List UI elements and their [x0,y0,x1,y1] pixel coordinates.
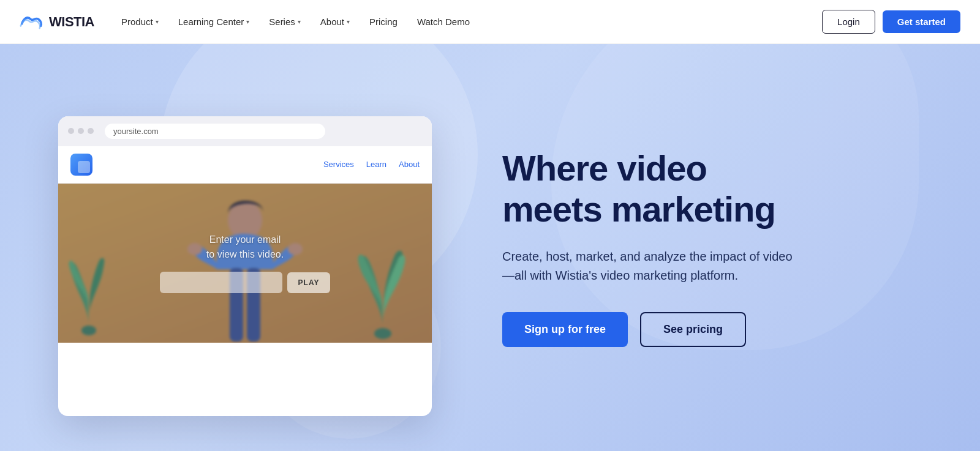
logo-text: WISTIA [49,14,94,30]
navbar: WISTIA Product ▾ Learning Center ▾ Serie… [0,0,980,44]
nav-item-learning-center[interactable]: Learning Center ▾ [171,12,257,32]
nav-actions: Login Get started [822,10,960,34]
browser-dot-1 [68,128,74,134]
browser-dots [68,128,94,134]
chevron-down-icon: ▾ [246,18,249,25]
nav-item-watch-demo[interactable]: Watch Demo [410,12,477,32]
hero-right-panel: Where video meets marketing Create, host… [466,111,980,383]
hero-headline: Where video meets marketing [502,148,931,229]
inner-site-links: Services Learn About [323,160,420,169]
email-gate-overlay: Enter your email to view this video. PLA… [58,184,432,343]
browser-dot-2 [78,128,84,134]
browser-mockup: yoursite.com Services Learn About [58,116,432,416]
email-gate-input-row: PLAY [160,272,331,293]
get-started-button[interactable]: Get started [883,10,960,33]
signup-button[interactable]: Sign up for free [502,312,628,347]
nav-item-product[interactable]: Product ▾ [114,12,166,32]
nav-item-series[interactable]: Series ▾ [262,12,308,32]
hero-subtext: Create, host, market, and analyze the im… [502,247,796,285]
login-button[interactable]: Login [822,10,875,34]
nav-items: Product ▾ Learning Center ▾ Series ▾ Abo… [114,12,822,32]
chevron-down-icon: ▾ [156,18,159,25]
inner-nav-about: About [399,160,420,169]
inner-site-logo [70,154,92,176]
inner-nav-services: Services [323,160,354,169]
browser-content: Services Learn About [58,146,432,343]
hero-left-panel: yoursite.com Services Learn About [0,80,466,416]
chevron-down-icon: ▾ [298,18,301,25]
hero-cta-group: Sign up for free See pricing [502,312,931,347]
browser-url-bar: yoursite.com [105,124,325,139]
inner-site-nav: Services Learn About [58,146,432,184]
see-pricing-button[interactable]: See pricing [640,312,746,347]
browser-chrome: yoursite.com [58,116,432,146]
email-gate-text: Enter your email to view this video. [206,233,284,262]
nav-item-pricing[interactable]: Pricing [362,12,405,32]
browser-dot-3 [88,128,94,134]
chevron-down-icon: ▾ [347,18,350,25]
hero-section: yoursite.com Services Learn About [0,44,980,451]
logo[interactable]: WISTIA [20,13,94,31]
nav-item-about[interactable]: About ▾ [313,12,357,32]
email-gate-input[interactable] [160,272,282,293]
video-area: Enter your email to view this video. PLA… [58,184,432,343]
inner-nav-learn: Learn [366,160,386,169]
play-button[interactable]: PLAY [287,272,331,293]
